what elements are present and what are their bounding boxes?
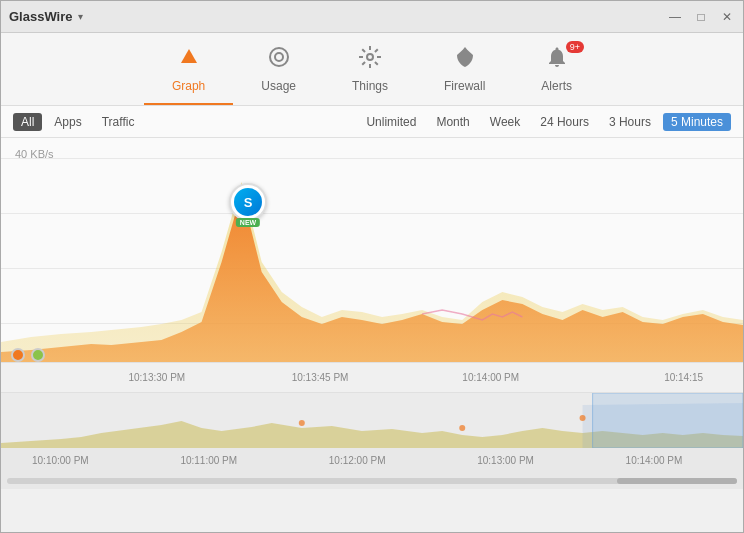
time-unlimited-button[interactable]: Unlimited (358, 113, 424, 131)
view-traffic-button[interactable]: Traffic (94, 113, 143, 131)
tab-usage-label: Usage (261, 79, 296, 93)
time-label-1: 10:13:30 PM (128, 372, 185, 383)
usage-icon (267, 45, 291, 75)
maximize-button[interactable]: □ (693, 10, 709, 24)
time-3h-button[interactable]: 3 Hours (601, 113, 659, 131)
time-month-button[interactable]: Month (428, 113, 477, 131)
scrollbar[interactable] (1, 473, 743, 489)
tab-things-label: Things (352, 79, 388, 93)
tab-alerts[interactable]: 9+ Alerts (513, 41, 600, 105)
svg-point-1 (270, 48, 288, 66)
title-bar: GlassWire ▾ — □ ✕ (1, 1, 743, 33)
upload-legend-dot (31, 348, 45, 362)
time-week-button[interactable]: Week (482, 113, 528, 131)
minimize-button[interactable]: — (667, 10, 683, 24)
time-axis: 10:13:30 PM 10:13:45 PM 10:14:00 PM 10:1… (1, 362, 743, 392)
download-legend-dot (11, 348, 25, 362)
tab-firewall-label: Firewall (444, 79, 485, 93)
skype-icon: S (234, 188, 262, 216)
time-label-3: 10:14:00 PM (462, 372, 519, 383)
mini-time-axis: 10:10:00 PM 10:11:00 PM 10:12:00 PM 10:1… (1, 448, 743, 473)
svg-point-6 (459, 425, 465, 431)
alerts-badge: 9+ (566, 41, 584, 53)
mini-time-label-2: 10:11:00 PM (180, 455, 237, 466)
title-bar-left: GlassWire ▾ (9, 9, 83, 24)
new-badge: NEW (236, 218, 260, 227)
time-label-2: 10:13:45 PM (292, 372, 349, 383)
chart-svg (1, 162, 743, 362)
y-axis-label: 40 KB/s (15, 148, 54, 160)
close-button[interactable]: ✕ (719, 10, 735, 24)
skype-badge: S NEW (229, 183, 267, 221)
window-controls: — □ ✕ (667, 10, 735, 24)
graph-icon (177, 45, 201, 75)
mini-timeline[interactable]: 10:10:00 PM 10:11:00 PM 10:12:00 PM 10:1… (1, 393, 743, 473)
scrollbar-track[interactable] (7, 478, 737, 484)
svg-point-5 (299, 420, 305, 426)
graph-area: 40 KB/s S NEW 10:13: (1, 138, 743, 393)
things-icon (358, 45, 382, 75)
mini-time-label-4: 10:13:00 PM (477, 455, 534, 466)
app-title[interactable]: GlassWire (9, 9, 72, 24)
tab-alerts-label: Alerts (541, 79, 572, 93)
svg-point-7 (580, 415, 586, 421)
mini-time-label-5: 10:14:00 PM (626, 455, 683, 466)
svg-point-2 (275, 53, 283, 61)
tab-firewall[interactable]: Firewall (416, 41, 513, 105)
firewall-icon (453, 45, 477, 75)
app-menu-chevron[interactable]: ▾ (78, 11, 83, 22)
svg-point-3 (367, 54, 373, 60)
time-24h-button[interactable]: 24 Hours (532, 113, 597, 131)
mini-time-label-3: 10:12:00 PM (329, 455, 386, 466)
mini-chart-svg (1, 393, 743, 448)
time-label-4: 10:14:15 (664, 372, 703, 383)
legend (11, 348, 45, 362)
view-all-button[interactable]: All (13, 113, 42, 131)
tab-graph-label: Graph (172, 79, 205, 93)
tab-usage[interactable]: Usage (233, 41, 324, 105)
svg-marker-0 (181, 49, 197, 63)
nav-tabs: Graph Usage Things Firewall (1, 33, 743, 106)
skype-letter: S (244, 195, 253, 210)
time-5m-button[interactable]: 5 Minutes (663, 113, 731, 131)
scrollbar-thumb[interactable] (617, 478, 737, 484)
view-apps-button[interactable]: Apps (46, 113, 89, 131)
filter-bar: All Apps Traffic Unlimited Month Week 24… (1, 106, 743, 138)
tab-things[interactable]: Things (324, 41, 416, 105)
grid-line-top (1, 158, 743, 159)
alerts-icon (545, 45, 569, 75)
svg-rect-8 (593, 393, 743, 448)
tab-graph[interactable]: Graph (144, 41, 233, 105)
mini-time-label-1: 10:10:00 PM (32, 455, 89, 466)
